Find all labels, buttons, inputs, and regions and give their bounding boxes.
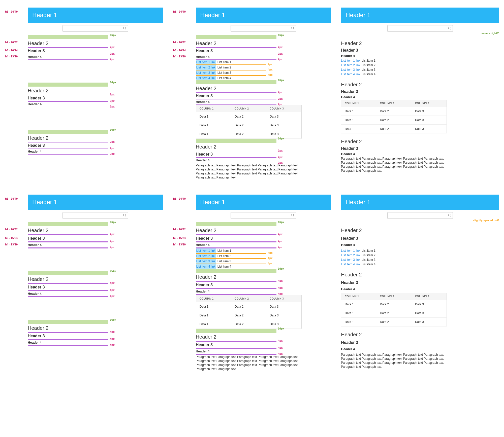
list-item-link[interactable]: List item 3 link	[196, 70, 216, 75]
divider	[341, 34, 499, 34]
h2: Header 2	[196, 143, 331, 151]
verdict-badge: seems right!*	[481, 32, 499, 35]
search-field[interactable]	[62, 25, 128, 32]
search-input[interactable]	[63, 25, 122, 31]
typo-h2-label: h2 - 20/32	[5, 41, 18, 44]
rule-2px	[28, 154, 108, 155]
table-row: Data 1Data 2Data 3	[341, 318, 447, 326]
table-row: Data 1Data 2Data 3	[341, 107, 447, 116]
list-item-link[interactable]: List item 3 link	[341, 67, 360, 72]
search-input[interactable]	[63, 212, 122, 218]
rule-label: 2px	[110, 105, 115, 108]
svg-point-0	[123, 27, 125, 29]
typo-h3-label: h3 - 16/24	[173, 236, 186, 239]
paragraph: Paragraph text Paragraph text Paragraph …	[196, 355, 302, 371]
h3: Header 3	[28, 284, 163, 290]
rule-label: 2px	[110, 147, 115, 150]
svg-line-9	[293, 215, 294, 216]
list-item-link[interactable]: List item 1 link	[341, 248, 360, 253]
list-item-link[interactable]: List item 2 link	[196, 254, 216, 258]
rule-label: 2px	[278, 91, 283, 94]
list-item-link[interactable]: List item 4 link	[196, 264, 216, 269]
list-item-link[interactable]: List item 1 link	[341, 58, 360, 63]
list-item-text: List item 3	[362, 67, 375, 72]
list-item-link[interactable]: List item 1 link	[196, 248, 216, 253]
list-item-text: List item 4	[217, 264, 231, 269]
search-input[interactable]	[388, 25, 447, 31]
page-title: Header 1	[345, 12, 370, 18]
col-header: COLUMN 3	[412, 293, 447, 300]
h4: Header 4	[28, 242, 163, 247]
gap-label: 16px	[278, 327, 284, 330]
rule-2px	[196, 104, 276, 105]
list-item: List item 1 linkList item 1	[196, 60, 331, 64]
rule-label: 4px	[110, 330, 115, 333]
rule-2px	[28, 101, 108, 102]
col-header: COLUMN 1	[196, 105, 231, 112]
rule-2px	[28, 54, 108, 54]
list-item-link[interactable]: List item 2 link	[341, 63, 360, 67]
rule-4px	[28, 296, 108, 297]
list-item-text: List item 1	[362, 58, 375, 63]
h4: Header 4	[196, 242, 331, 247]
page-title: Header 1	[32, 199, 57, 205]
h2: Header 2	[28, 87, 163, 95]
search-input[interactable]	[231, 25, 290, 31]
search-field[interactable]	[387, 25, 453, 32]
rule-2px	[196, 163, 276, 163]
rule-label: 4px	[278, 346, 283, 349]
list-item: List item 1 linkList item 1	[341, 248, 499, 253]
list-item-link[interactable]: List item 4 link	[341, 72, 360, 77]
rule-4px	[196, 348, 276, 349]
search-field[interactable]	[231, 212, 296, 219]
h2: Header 2	[196, 273, 331, 281]
h3: Header 3	[196, 235, 331, 241]
list-item-link[interactable]: List item 2 link	[341, 253, 360, 258]
svg-line-3	[293, 28, 294, 29]
h4: Header 4	[341, 152, 499, 157]
search-input[interactable]	[231, 212, 290, 218]
divider	[28, 34, 163, 34]
typo-h3-label: h3 - 16/24	[5, 49, 18, 52]
rule-label: 4px	[278, 292, 283, 295]
search-field[interactable]	[62, 212, 128, 219]
rule-label: 4px	[278, 279, 283, 282]
list-item-link[interactable]: List item 3 link	[196, 259, 216, 264]
h4: Header 4	[196, 99, 331, 104]
page-banner: Header 1	[196, 195, 331, 210]
search-field[interactable]	[387, 212, 453, 219]
h2: Header 2	[341, 331, 499, 339]
list-item: List item 3 linkList item 3	[196, 70, 331, 75]
list-item-text: List item 1	[217, 60, 231, 64]
h2: Header 2	[341, 271, 499, 279]
h4: Header 4	[341, 347, 499, 352]
search-wrap	[28, 210, 163, 221]
h3: Header 3	[28, 95, 163, 101]
list-item-link[interactable]: List item 1 link	[196, 60, 216, 64]
rule-4px	[28, 241, 108, 242]
search-input[interactable]	[388, 212, 447, 218]
list-item-link[interactable]: List item 3 link	[341, 258, 360, 262]
gap-16	[28, 222, 108, 226]
list: List item 1 linkList item 1 List item 2 …	[341, 58, 499, 77]
list-item-text: List item 3	[217, 259, 231, 264]
list-item-link[interactable]: List item 2 link	[196, 65, 216, 70]
search-field[interactable]	[231, 25, 296, 32]
list-item-link[interactable]: List item 4 link	[196, 76, 216, 80]
gap-16	[196, 139, 276, 143]
svg-point-6	[123, 214, 125, 216]
gap-16	[28, 271, 108, 275]
list-item-link[interactable]: List item 4 link	[341, 262, 360, 267]
rule-2px	[196, 54, 276, 54]
typo-h4-label: h4 - 13/20	[173, 243, 186, 246]
rule-label: 2px	[110, 93, 115, 96]
h2: Header 2	[28, 324, 163, 332]
rule-4px	[196, 288, 276, 289]
rule-label: 2px	[110, 152, 115, 155]
variant-loose-content: h1 - 24/40 Header 1 16px h2 - 20/32 Head…	[173, 195, 331, 371]
h3: Header 3	[196, 48, 331, 54]
rule-2px	[28, 107, 108, 107]
svg-line-7	[125, 215, 126, 216]
gap-label: 16px	[110, 33, 116, 37]
h4: Header 4	[196, 158, 331, 163]
